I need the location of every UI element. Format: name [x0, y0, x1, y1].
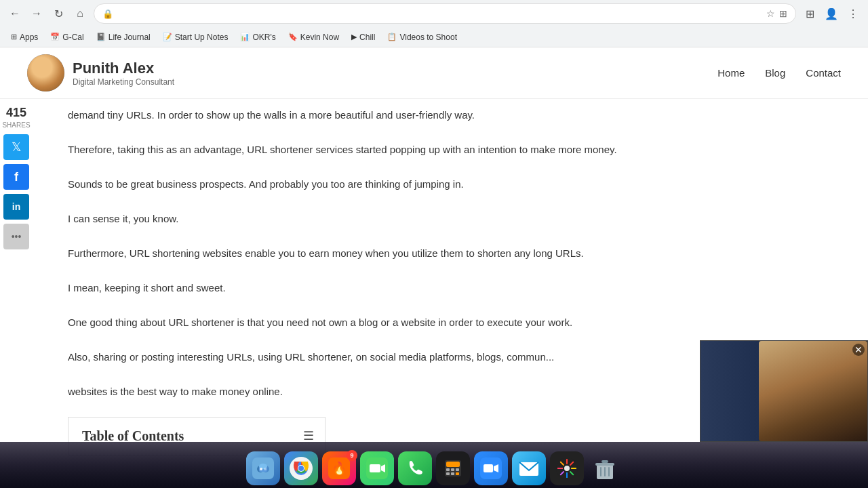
svg-rect-45 — [604, 467, 606, 476]
gcal-icon: 📅 — [50, 33, 60, 41]
bookmark-startup-notes[interactable]: 📝 Start Up Notes — [157, 30, 234, 44]
bookmark-okrs[interactable]: 📊 OKR's — [235, 30, 281, 44]
site-identity: Punith Alex Digital Marketing Consultant — [73, 60, 174, 87]
apps-icon: ⊞ — [11, 33, 17, 41]
zoom-icon — [480, 458, 502, 479]
video-content — [701, 341, 867, 441]
dock-app-chrome[interactable] — [284, 451, 318, 485]
svg-rect-21 — [446, 472, 450, 475]
article-paragraph-1: demand tiny URLs. In order to show up th… — [68, 106, 617, 124]
share-label: SHARES — [2, 121, 30, 129]
dock-app-trash[interactable] — [588, 451, 622, 485]
extension-icon[interactable]: ⊞ — [779, 8, 787, 19]
url-input[interactable]: punith.com/best-url-shortener-websites/ — [117, 9, 762, 19]
chrome-icon — [290, 457, 313, 480]
share-more-button[interactable]: ••• — [3, 224, 29, 249]
dock-app-taskheat[interactable]: 9 🔥 — [322, 451, 356, 485]
video-person — [759, 341, 867, 441]
linkedin-icon: in — [12, 201, 20, 212]
bookmark-life-journal[interactable]: 📓 Life Journal — [91, 30, 156, 44]
video-close-button[interactable]: ✕ — [852, 344, 865, 356]
svg-point-29 — [564, 466, 570, 471]
startup-notes-icon: 📝 — [163, 33, 172, 41]
back-button[interactable]: ← — [5, 4, 24, 23]
bookmark-chill[interactable]: ▶ Chill — [346, 30, 380, 44]
article-paragraph-6: I mean, keeping it short and sweet. — [68, 279, 617, 297]
extensions-button[interactable]: ⊞ — [800, 4, 819, 23]
svg-rect-25 — [484, 464, 493, 472]
videos-icon: 📋 — [387, 33, 397, 41]
article-paragraph-3: Sounds to be great business prospects. A… — [68, 175, 617, 193]
svg-point-10 — [298, 466, 304, 471]
photos-icon — [556, 458, 578, 479]
dock-app-phone[interactable] — [398, 451, 432, 485]
svg-rect-42 — [595, 463, 614, 466]
article-paragraph-7: One good thing about URL shortener is th… — [68, 313, 617, 331]
svg-rect-30 — [566, 459, 568, 464]
site-logo: Punith Alex Digital Marketing Consultant — [27, 54, 174, 92]
bookmark-videos-label: Videos to Shoot — [399, 33, 457, 42]
svg-rect-23 — [456, 472, 459, 475]
kevin-now-icon: 🔖 — [288, 33, 298, 41]
forward-button[interactable]: → — [27, 4, 46, 23]
bookmark-kevin-now-label: Kevin Now — [300, 33, 339, 42]
bookmark-apps[interactable]: ⊞ Apps — [5, 30, 43, 44]
svg-rect-19 — [451, 468, 454, 471]
dock-app-photos[interactable] — [550, 451, 584, 485]
svg-rect-14 — [370, 464, 380, 472]
bookmark-gcal[interactable]: 📅 G-Cal — [45, 30, 89, 44]
bookmark-life-journal-label: Life Journal — [108, 33, 151, 42]
svg-rect-20 — [456, 468, 459, 471]
svg-rect-39 — [557, 468, 563, 469]
article-paragraph-9: websites is the best way to make money o… — [68, 382, 617, 401]
share-linkedin-button[interactable]: in — [3, 194, 29, 220]
nav-buttons: ← → ↻ ⌂ — [5, 4, 90, 23]
bookmark-gcal-label: G-Cal — [62, 33, 83, 42]
facetime-icon — [366, 458, 388, 479]
bookmark-startup-notes-label: Start Up Notes — [175, 33, 229, 42]
facebook-icon: f — [14, 170, 18, 184]
share-facebook-button[interactable]: f — [3, 164, 29, 190]
svg-rect-18 — [446, 468, 450, 471]
site-name: Punith Alex — [73, 60, 174, 77]
nav-home[interactable]: Home — [717, 67, 745, 79]
svg-rect-35 — [571, 468, 576, 469]
svg-text:🔥: 🔥 — [332, 461, 347, 476]
taskheat-badge: 9 — [347, 450, 357, 461]
chill-icon: ▶ — [351, 33, 357, 41]
share-count: 415 — [6, 106, 26, 120]
phone-icon — [406, 459, 425, 478]
dock-app-facetime[interactable] — [360, 451, 394, 485]
home-button[interactable]: ⌂ — [71, 4, 90, 23]
finder-icon — [252, 458, 274, 479]
reload-button[interactable]: ↻ — [49, 4, 68, 23]
trash-icon — [593, 456, 617, 481]
svg-rect-37 — [566, 472, 568, 478]
mail-icon — [519, 458, 539, 479]
twitter-icon: 𝕏 — [12, 140, 22, 155]
dock: 9 🔥 — [0, 442, 868, 488]
article-content: demand tiny URLs. In order to show up th… — [41, 106, 644, 455]
site-tagline: Digital Marketing Consultant — [73, 77, 174, 87]
taskheat-icon: 🔥 — [328, 458, 350, 479]
article-paragraph-2: Therefore, taking this as an advantage, … — [68, 140, 617, 159]
lock-icon: 🔒 — [102, 9, 113, 19]
bookmark-videos[interactable]: 📋 Videos to Shoot — [382, 30, 462, 44]
share-twitter-button[interactable]: 𝕏 — [3, 134, 29, 160]
dock-app-mail[interactable] — [512, 451, 546, 485]
svg-rect-17 — [446, 462, 460, 467]
browser-chrome: ← → ↻ ⌂ 🔒 punith.com/best-url-shortener-… — [0, 0, 868, 47]
more-icon: ••• — [12, 231, 22, 242]
star-icon[interactable]: ☆ — [766, 8, 775, 19]
bookmark-kevin-now[interactable]: 🔖 Kevin Now — [283, 30, 344, 44]
nav-contact[interactable]: Contact — [806, 67, 841, 79]
svg-point-5 — [260, 468, 262, 470]
dock-app-calculator[interactable] — [436, 451, 470, 485]
dock-app-zoom[interactable] — [474, 451, 508, 485]
dock-app-finder[interactable] — [246, 451, 280, 485]
profile-button[interactable]: 👤 — [822, 4, 841, 23]
address-bar[interactable]: 🔒 punith.com/best-url-shortener-websites… — [94, 3, 796, 24]
nav-blog[interactable]: Blog — [765, 67, 785, 79]
toc-toggle-icon[interactable]: ☰ — [303, 428, 314, 443]
menu-button[interactable]: ⋮ — [844, 4, 863, 23]
